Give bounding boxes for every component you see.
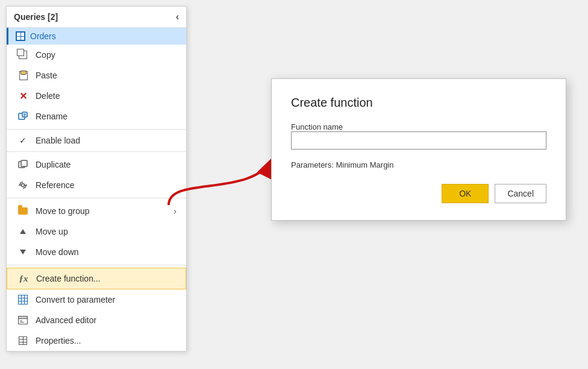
menu-item-enable-load[interactable]: ✓ Enable load — [7, 132, 186, 149]
menu-item-move-down[interactable]: Move down — [7, 242, 186, 262]
dialog-title: Create function — [291, 96, 546, 110]
menu-item-convert-to-parameter[interactable]: Convert to parameter — [7, 289, 186, 310]
separator-4 — [7, 265, 186, 265]
convert-icon — [16, 293, 30, 306]
menu-item-reference[interactable]: Reference — [7, 175, 186, 195]
checkmark-icon: ✓ — [16, 136, 30, 145]
paste-label: Paste — [36, 71, 177, 80]
reference-label: Reference — [36, 180, 177, 190]
panel-title: Queries [2] — [14, 12, 58, 22]
dialog-buttons: OK Cancel — [291, 184, 546, 203]
menu-item-properties[interactable]: Properties... — [7, 330, 186, 351]
menu-item-paste[interactable]: Paste — [7, 65, 186, 86]
fx-icon: ƒx — [17, 272, 30, 285]
function-name-input[interactable] — [291, 131, 546, 150]
folder-icon — [16, 204, 30, 218]
enable-load-label: Enable load — [36, 136, 80, 145]
properties-icon — [16, 334, 30, 347]
menu-item-create-function[interactable]: ƒx Create function... — [7, 268, 186, 289]
delete-icon: ✕ — [16, 89, 30, 102]
rename-icon — [16, 110, 30, 123]
paste-icon — [16, 69, 30, 82]
move-up-label: Move up — [36, 227, 177, 236]
separator-2 — [7, 151, 186, 152]
create-function-dialog: Create function Function name Parameters… — [271, 78, 566, 221]
menu-item-duplicate[interactable]: Duplicate — [7, 154, 186, 175]
duplicate-label: Duplicate — [36, 160, 177, 169]
separator-1 — [7, 129, 186, 130]
duplicate-icon — [16, 158, 30, 171]
convert-label: Convert to parameter — [36, 295, 177, 304]
panel-header: Queries [2] ‹ — [7, 7, 186, 28]
move-down-label: Move down — [36, 247, 177, 257]
menu-item-move-up[interactable]: Move up — [7, 221, 186, 242]
cancel-button[interactable]: Cancel — [495, 184, 546, 203]
properties-label: Properties... — [36, 336, 177, 345]
context-menu-panel: Queries [2] ‹ Orders Copy Paste ✕ Delete — [6, 6, 187, 352]
svg-rect-11 — [19, 317, 28, 319]
advanced-editor-icon — [16, 314, 30, 327]
menu-item-move-to-group[interactable]: Move to group › — [7, 201, 186, 221]
table-icon — [16, 31, 25, 41]
advanced-editor-label: Advanced editor — [36, 315, 177, 325]
delete-label: Delete — [36, 91, 177, 101]
menu-item-delete[interactable]: ✕ Delete — [7, 86, 186, 106]
menu-item-copy[interactable]: Copy — [7, 45, 186, 65]
rename-label: Rename — [36, 112, 177, 121]
collapse-button[interactable]: ‹ — [176, 11, 179, 22]
orders-label: Orders — [30, 31, 56, 41]
move-down-icon — [16, 245, 30, 259]
ok-button[interactable]: OK — [442, 184, 489, 203]
create-function-label: Create function... — [36, 274, 176, 283]
move-up-icon — [16, 225, 30, 238]
function-name-label: Function name — [291, 122, 343, 131]
copy-icon — [16, 48, 30, 62]
svg-rect-6 — [21, 160, 27, 166]
copy-label: Copy — [36, 50, 177, 60]
orders-item[interactable]: Orders — [7, 28, 186, 45]
menu-item-rename[interactable]: Rename — [7, 106, 186, 127]
separator-3 — [7, 198, 186, 198]
parameters-info: Parameters: Minimum Margin — [291, 160, 546, 169]
submenu-arrow-icon: › — [174, 206, 177, 216]
svg-point-7 — [22, 184, 25, 187]
reference-icon — [16, 178, 30, 192]
move-to-group-label: Move to group — [36, 206, 174, 216]
menu-item-advanced-editor[interactable]: Advanced editor — [7, 310, 186, 330]
